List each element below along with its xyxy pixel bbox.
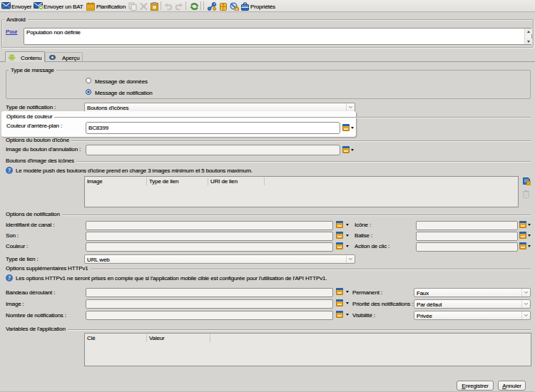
chevron-down-icon	[524, 302, 529, 306]
ticker-field-icon[interactable]	[336, 288, 343, 295]
color-dropdown-icon[interactable]	[346, 245, 349, 247]
properties-button[interactable]: Propriétés	[250, 4, 275, 10]
cancel-button[interactable]: Annuler	[498, 381, 526, 391]
tabpane-border	[0, 61, 535, 62]
sound-field-icon[interactable]	[336, 232, 343, 239]
info-icon: ?	[6, 167, 13, 174]
scroll-up-button[interactable]	[526, 29, 532, 34]
channel-id-field-icon[interactable]	[336, 221, 343, 228]
undo-icon[interactable]	[164, 2, 173, 11]
edit-list-icon[interactable]	[522, 177, 531, 185]
column-header-type-lien[interactable]: Type de lien	[147, 177, 178, 186]
cut-icon[interactable]	[140, 2, 148, 11]
send-button[interactable]: Envoyer	[11, 4, 31, 10]
radio-message-notification[interactable]	[86, 89, 91, 95]
link-type-select[interactable]: URL web	[84, 254, 355, 264]
column-header-image[interactable]: Image	[85, 177, 103, 186]
paste-icon[interactable]	[151, 2, 158, 11]
population-textarea[interactable]: Population non définie	[24, 28, 532, 45]
pour-link[interactable]: Pour	[6, 29, 17, 35]
icon-field-icon[interactable]	[519, 221, 526, 228]
icon-label: Icône :	[355, 222, 371, 228]
httpv1-legend: Options supplémentaires HTTPv1	[6, 265, 88, 272]
message-type-groupbox	[6, 70, 531, 99]
column-separator	[146, 334, 147, 342]
color-field-icon[interactable]	[336, 242, 343, 249]
badge-field-icon[interactable]	[519, 232, 526, 239]
click-action-dropdown-icon[interactable]	[528, 245, 531, 247]
radio-message-donnees[interactable]	[86, 78, 91, 83]
icon-dropdown-icon[interactable]	[528, 224, 531, 226]
svg-text:?: ?	[8, 167, 11, 174]
android-icon	[8, 53, 16, 61]
color-field-dropdown-icon[interactable]	[351, 127, 354, 129]
click-action-input[interactable]	[416, 242, 518, 252]
column-header-valeur[interactable]: Valeur	[147, 334, 165, 343]
save-button[interactable]: Enregistrer	[457, 381, 494, 391]
send-proof-button[interactable]: Envoyer un BAT	[44, 4, 83, 10]
notification-count-input[interactable]	[86, 311, 333, 320]
schedule-button[interactable]: Planification	[96, 4, 126, 10]
tab-apercu[interactable]: Aperçu	[45, 52, 83, 61]
cancel-image-dropdown-icon[interactable]	[351, 149, 354, 151]
toolbar-separator	[160, 1, 161, 10]
tab-contenu[interactable]: Contenu	[5, 51, 45, 62]
schedule-calendar-icon	[86, 2, 95, 11]
toolbar: Envoyer Envoyer un BAT Planification	[0, 0, 535, 12]
sticky-select[interactable]: Faux	[414, 288, 531, 297]
priority-select[interactable]: Par défaut	[414, 299, 531, 309]
variables-table[interactable]: Clé Valeur	[84, 333, 531, 366]
ticker-input[interactable]	[86, 288, 333, 297]
icon-input[interactable]	[416, 221, 518, 230]
column-header-cle[interactable]: Clé	[85, 334, 96, 343]
icon-images-table[interactable]: Image Type de lien URI de lien	[84, 176, 519, 207]
link-icon[interactable]	[208, 2, 217, 11]
copy-icon[interactable]	[128, 2, 137, 11]
sticky-chevron	[521, 289, 530, 296]
badge-label: Balise :	[355, 232, 372, 239]
package-icon[interactable]	[219, 2, 228, 11]
unlock-icon[interactable]	[230, 2, 239, 11]
color-field-icon[interactable]	[342, 124, 350, 131]
column-separator	[146, 177, 147, 185]
link-type-value: URL web	[87, 257, 110, 263]
image-field-icon[interactable]	[336, 299, 343, 306]
background-color-value: BC8399	[88, 125, 108, 131]
badge-dropdown-icon[interactable]	[528, 234, 531, 237]
notification-count-field-icon[interactable]	[336, 311, 343, 318]
cancel-button-image-input[interactable]	[86, 145, 340, 155]
column-header-uri-lien[interactable]: URI de lien	[208, 177, 238, 186]
refresh-icon[interactable]	[190, 2, 199, 11]
channel-id-dropdown-icon[interactable]	[346, 224, 349, 226]
cancel-image-field-icon[interactable]	[342, 146, 350, 153]
cancel-button-image-label: Image du bouton d'annulation :	[6, 146, 81, 153]
ticker-dropdown-icon[interactable]	[346, 291, 349, 293]
image-input[interactable]	[86, 299, 333, 309]
send-proof-icon	[34, 2, 44, 10]
notification-count-dropdown-icon[interactable]	[346, 314, 349, 316]
click-action-field-icon[interactable]	[519, 242, 526, 249]
color-input[interactable]	[86, 242, 333, 252]
httpv1-info: Les options HTTPv1 ne seront prises en c…	[16, 275, 327, 282]
delete-trash-icon[interactable]	[522, 190, 530, 198]
sound-dropdown-icon[interactable]	[346, 234, 349, 237]
cancel-button-label: Annuler	[502, 383, 521, 389]
channel-id-input[interactable]	[86, 221, 333, 230]
visibility-value: Privée	[417, 313, 432, 319]
badge-input[interactable]	[416, 232, 518, 241]
scroll-down-button[interactable]	[526, 38, 532, 44]
visibility-select[interactable]: Privée	[414, 311, 531, 320]
notification-type-chevron	[346, 103, 355, 111]
android-legend: Android	[4, 16, 28, 23]
background-color-input[interactable]: BC8399	[86, 122, 340, 134]
icon-button-options-legend: Options du bouton d'icône	[6, 137, 69, 143]
redo-icon[interactable]	[175, 2, 183, 11]
image-dropdown-icon[interactable]	[346, 302, 349, 304]
icon-images-header: Boutons d'image des icônes	[6, 158, 531, 165]
population-scrollbar[interactable]	[524, 29, 531, 44]
notification-type-select[interactable]: Boutons d'icônes	[84, 103, 355, 112]
push-notification-dialog: { "toolbar": { "send": "Envoyer", "send_…	[0, 0, 535, 392]
icon-images-legend: Boutons d'image des icônes	[6, 158, 74, 164]
variables-legend: Variables de l'application	[6, 326, 66, 332]
sound-input[interactable]	[86, 232, 333, 241]
